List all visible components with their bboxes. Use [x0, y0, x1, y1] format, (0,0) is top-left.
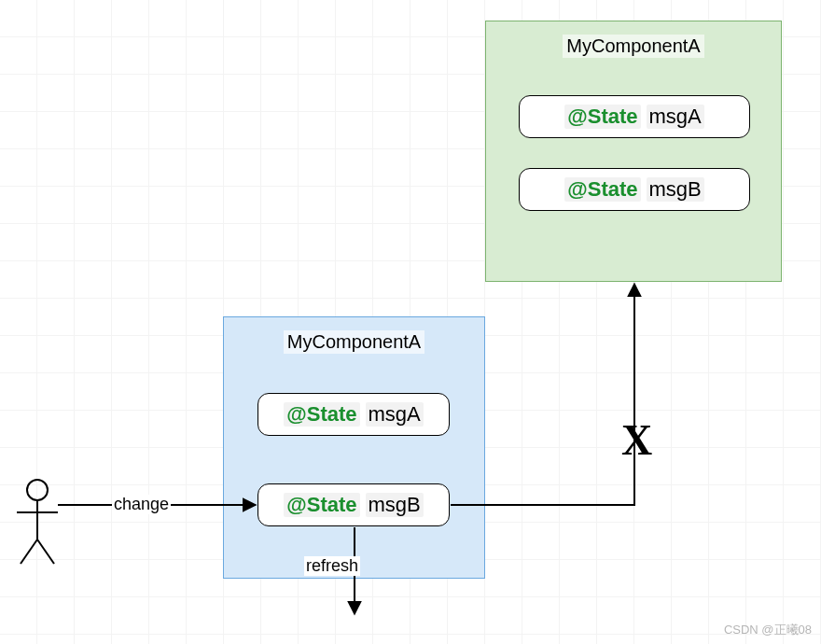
component-title-left: MyComponentA	[284, 330, 424, 354]
component-box-right: MyComponentA	[485, 21, 782, 282]
state-variable: msgA	[366, 402, 424, 427]
state-annotation: @State	[564, 177, 640, 202]
actor-icon	[17, 480, 58, 564]
state-annotation: @State	[564, 105, 640, 129]
state-pill-left-msgb: @State msgB	[257, 483, 450, 526]
svg-point-0	[27, 480, 48, 500]
svg-line-4	[37, 539, 54, 564]
watermark: CSDN @正曦08	[724, 622, 812, 638]
block-mark-x: X	[621, 415, 652, 465]
edge-label-change: change	[112, 495, 171, 514]
state-variable: msgA	[647, 105, 704, 129]
state-variable: msgB	[366, 493, 424, 517]
state-variable: msgB	[647, 177, 704, 202]
state-annotation: @State	[284, 402, 359, 427]
state-annotation: @State	[284, 493, 359, 517]
component-title-right: MyComponentA	[563, 35, 703, 58]
edge-label-refresh: refresh	[304, 556, 360, 576]
state-pill-left-msga: @State msgA	[257, 393, 450, 436]
state-pill-right-msgb: @State msgB	[519, 168, 750, 211]
svg-line-3	[21, 539, 37, 564]
component-box-left: MyComponentA	[223, 316, 485, 579]
state-pill-right-msga: @State msgA	[519, 95, 750, 138]
